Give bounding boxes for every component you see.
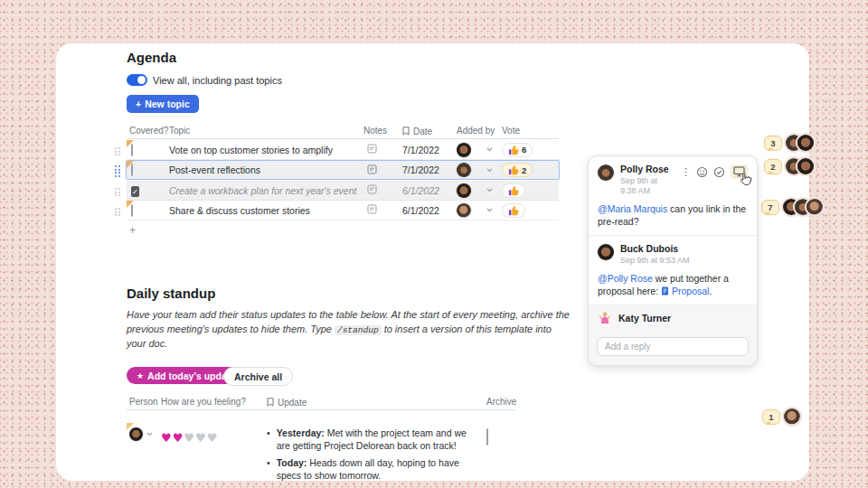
col-topic: Topic [169, 126, 363, 136]
kebab-menu-icon[interactable]: ⋮ [681, 166, 691, 178]
comment-count-badge[interactable]: 3 [764, 136, 782, 151]
update-bullet: • Yesterday: Met with the project team a… [267, 427, 479, 452]
added-by-cell[interactable] [457, 143, 502, 157]
comment-count-row4[interactable]: 7 [761, 199, 823, 215]
reply-input[interactable] [597, 337, 749, 356]
feeling-hearts[interactable]: ♥♥♥♥♥ [161, 427, 267, 446]
drag-handle[interactable] [115, 147, 120, 155]
mention-link[interactable]: @Polly Rose [598, 273, 653, 284]
date-cell[interactable]: 6/1/2022 [402, 205, 457, 216]
comment: Buck Dubois Sep 9th at 9:53 AM @Polly Ro… [589, 235, 757, 305]
typing-indicator: Katy Turner [589, 305, 757, 331]
chevron-down-icon [486, 147, 493, 152]
comment-timestamp: Sep 9th at 9:38 AM [620, 176, 675, 196]
archive-all-button[interactable]: Archive all [223, 367, 293, 386]
col-added-by: Added by [457, 126, 502, 136]
avatar [598, 164, 614, 181]
update-cell[interactable]: • Yesterday: Met with the project team a… [267, 427, 479, 488]
vote-chip[interactable]: 2 [502, 163, 533, 177]
standup-description: Have your team add their status updates … [127, 308, 570, 352]
chevron-down-icon [486, 208, 493, 212]
table-row[interactable]: Share & discuss customer stories 6/1/202… [127, 201, 559, 221]
topic-cell[interactable]: Post-event reflections [169, 164, 363, 175]
comment: Polly Rose Sep 9th at 9:38 AM ⋮ [589, 156, 757, 235]
new-topic-button[interactable]: + New topic [127, 95, 199, 113]
table-row-selected[interactable]: Post-event reflections 7/1/2022 2 [126, 160, 560, 180]
comment-body: @Maria Marquis can you link in the pre-r… [598, 202, 748, 228]
thumbs-up-icon [508, 185, 519, 196]
comment-corner-marker [127, 161, 134, 168]
col-archive: Archive [479, 397, 515, 407]
commenter-avatars [784, 408, 800, 425]
comment-corner-marker [127, 423, 134, 430]
drag-handle[interactable] [115, 208, 120, 216]
note-icon[interactable] [367, 204, 377, 214]
added-by-cell[interactable] [457, 163, 502, 177]
chevron-down-icon [486, 168, 493, 173]
topic-cell[interactable]: Create a workback plan for next year's e… [169, 185, 363, 196]
comment-author: Polly Rose [620, 164, 675, 174]
slash-command: /standup [335, 325, 382, 335]
col-covered: Covered? [127, 126, 169, 136]
avatar [457, 143, 471, 157]
col-notes: Notes [363, 126, 402, 136]
col-person: Person [127, 397, 161, 407]
col-date: Date [402, 126, 457, 136]
comment-count-badge[interactable]: 2 [764, 159, 782, 174]
vote-chip[interactable] [502, 183, 525, 198]
new-topic-label: New topic [145, 99, 190, 109]
chevron-down-icon[interactable] [146, 432, 153, 436]
drag-handle[interactable] [115, 165, 120, 177]
view-all-toggle[interactable] [127, 74, 147, 86]
date-cell[interactable]: 7/1/2022 [402, 164, 457, 175]
col-feeling: How are you feeling? [161, 397, 267, 407]
col-update: Update [267, 397, 479, 408]
resolve-check-icon[interactable] [713, 166, 725, 178]
bookmark-icon [267, 398, 274, 407]
commenter-avatars [786, 135, 814, 151]
date-cell[interactable]: 7/1/2022 [402, 145, 457, 155]
drag-handle[interactable] [115, 188, 120, 196]
avatar [457, 203, 471, 218]
katy-avatar [598, 311, 612, 325]
note-icon[interactable] [367, 164, 377, 174]
thumbs-up-icon [508, 145, 519, 155]
comment-count-standup[interactable]: 1 [762, 408, 800, 425]
agenda-table-header: Covered? Topic Notes Date Added by Vote [127, 123, 559, 139]
vote-chip[interactable]: 6 [502, 143, 533, 157]
covered-checkbox[interactable]: ✓ [131, 186, 139, 197]
table-row[interactable]: ✓ Create a workback plan for next year's… [127, 181, 559, 201]
standup-row[interactable]: ♥♥♥♥♥ • Yesterday: Met with the project … [127, 423, 515, 488]
col-vote: Vote [502, 126, 556, 136]
comment-count-row1[interactable]: 3 [764, 135, 814, 151]
comment-count-badge[interactable]: 1 [762, 409, 780, 425]
added-by-cell[interactable] [457, 183, 502, 198]
comment-corner-marker [127, 201, 134, 208]
reply-area [589, 331, 757, 365]
comment-count-badge[interactable]: 7 [761, 200, 779, 215]
proposal-link[interactable]: Proposal [672, 286, 709, 296]
date-cell[interactable]: 6/1/2022 [402, 185, 457, 196]
avatar [457, 183, 471, 198]
note-icon[interactable] [367, 184, 377, 194]
archive-checkbox[interactable] [486, 428, 488, 446]
vote-chip[interactable] [502, 203, 525, 218]
comment-timestamp: Sep 9th at 9:53 AM [620, 256, 690, 266]
open-in-doc-icon[interactable] [731, 164, 748, 179]
note-icon[interactable] [367, 144, 377, 154]
add-row-button[interactable]: + [129, 224, 136, 237]
comment-corner-marker [127, 140, 134, 147]
typing-user-name: Katy Turner [618, 313, 671, 324]
vote-count: 6 [522, 145, 526, 155]
comment-count-row2[interactable]: 2 [764, 158, 814, 174]
topic-cell[interactable]: Share & discuss customer stories [169, 205, 363, 216]
update-bullet: • Today: Heads down all day, hoping to h… [267, 457, 479, 482]
mention-link[interactable]: @Maria Marquis [598, 203, 667, 214]
add-reaction-icon[interactable] [696, 166, 708, 178]
toggle-knob [137, 76, 146, 84]
table-row[interactable]: Vote on top customer stories to amplify … [127, 140, 559, 160]
commenter-avatars [786, 158, 814, 174]
plus-icon: + [136, 99, 141, 109]
added-by-cell[interactable] [457, 203, 502, 218]
topic-cell[interactable]: Vote on top customer stories to amplify [169, 145, 363, 155]
